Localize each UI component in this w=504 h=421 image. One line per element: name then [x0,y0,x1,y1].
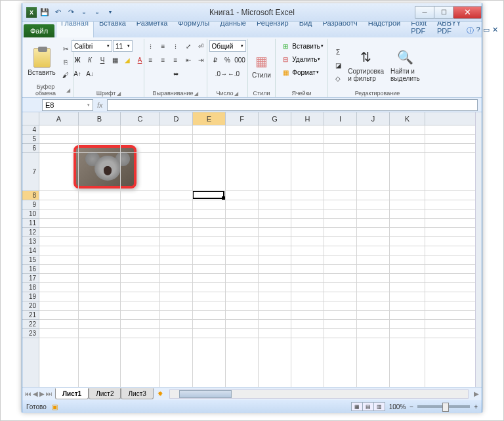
border-button[interactable]: ▦ [109,54,121,66]
row-header[interactable]: 8 [22,191,39,200]
row-header[interactable]: 22 [22,320,39,329]
row-header[interactable]: 21 [22,311,39,320]
embedded-image-koala[interactable] [74,145,136,188]
first-sheet-icon[interactable]: ⏮ [25,390,32,397]
row-header[interactable]: 17 [22,274,39,283]
format-cells-button[interactable]: ▦Формат▾ [280,66,319,78]
row-header[interactable]: 19 [22,292,39,301]
redo-icon[interactable]: ↷ [66,7,76,18]
paste-button[interactable]: Вставить [25,47,58,78]
help-button[interactable]: ? [476,26,480,35]
new-sheet-icon[interactable]: ✸ [154,390,167,397]
column-header[interactable]: K [390,112,425,125]
horizontal-scrollbar[interactable] [169,389,469,399]
column-header[interactable]: C [121,112,160,125]
underline-button[interactable]: Ч [96,54,108,66]
row-header[interactable]: 5 [22,135,39,144]
row-header[interactable]: 11 [22,219,39,228]
bold-button[interactable]: Ж [72,54,83,66]
insert-cells-button[interactable]: ⊞Вставить▾ [280,40,323,52]
last-sheet-icon[interactable]: ⏭ [46,390,52,397]
sheet-tab[interactable]: Лист3 [121,388,153,399]
orientation-icon[interactable]: ⤢ [182,40,194,52]
page-break-view-button[interactable]: ▥ [373,402,385,411]
qat-item-icon[interactable]: ▫ [79,7,89,18]
row-header[interactable]: 13 [22,237,39,246]
help-icon[interactable]: ⓘ [467,26,474,35]
cut-icon[interactable]: ✂ [60,43,72,55]
column-header[interactable]: E [193,112,226,125]
ribbon-minimize-button[interactable]: ▭ [483,26,490,35]
scroll-right-icon[interactable]: ▶ [471,390,482,397]
macro-record-icon[interactable]: ▣ [52,403,58,410]
currency-icon[interactable]: ₽ [209,54,221,66]
save-icon[interactable]: 💾 [39,7,50,18]
zoom-slider[interactable] [417,405,470,408]
italic-button[interactable]: К [84,54,96,66]
fill-color-button[interactable]: ◢ [121,54,133,66]
row-header[interactable]: 7 [22,153,39,191]
increase-decimal-icon[interactable]: .0→ [215,68,227,79]
align-center-icon[interactable]: ≡ [158,54,169,66]
zoom-in-button[interactable]: + [474,403,478,410]
column-header[interactable]: H [291,112,324,125]
row-header[interactable]: 12 [22,228,39,237]
format-painter-icon[interactable]: 🖌 [60,69,72,81]
wrap-text-icon[interactable]: ⏎ [195,40,207,52]
name-box[interactable]: E8▾ [42,99,93,111]
decrease-indent-icon[interactable]: ⇤ [182,54,194,66]
column-header[interactable]: F [226,112,259,125]
increase-font-icon[interactable]: A↑ [72,68,83,79]
sheet-tab[interactable]: Лист2 [89,388,121,399]
decrease-font-icon[interactable]: A↓ [84,68,96,79]
find-select-button[interactable]: 🔍 Найти и выделить [388,47,423,83]
row-header[interactable]: 23 [22,329,39,338]
zoom-out-button[interactable]: − [410,403,413,410]
clear-icon[interactable]: ◇ [332,72,344,84]
decrease-decimal-icon[interactable]: ←.0 [228,68,240,79]
cells-area[interactable] [39,125,475,387]
delete-cells-button[interactable]: ⊟Удалить▾ [280,53,320,65]
undo-icon[interactable]: ↶ [52,7,63,18]
fx-icon[interactable]: fx [97,101,103,109]
dialog-launcher-icon[interactable]: ◢ [234,91,238,97]
normal-view-button[interactable]: ▦ [351,402,363,411]
qat-item-icon[interactable]: ▫ [92,7,102,18]
number-format-combo[interactable]: Общий▾ [209,40,246,52]
row-header[interactable]: 6 [22,144,39,153]
minimize-button[interactable]: ─ [415,6,434,19]
row-header[interactable]: 9 [22,200,39,210]
row-header[interactable]: 16 [22,265,39,274]
column-header[interactable]: J [357,112,390,125]
styles-button[interactable]: ▦ Стили [249,51,274,80]
dialog-launcher-icon[interactable]: ◢ [117,91,121,97]
qat-dropdown-icon[interactable]: ▾ [105,7,116,18]
dialog-launcher-icon[interactable]: ◢ [194,91,198,97]
prev-sheet-icon[interactable]: ◀ [33,390,38,397]
formula-bar[interactable] [107,99,478,111]
column-header[interactable]: I [324,112,357,125]
row-header[interactable]: 10 [22,210,39,219]
font-size-combo[interactable]: 11▾ [113,40,133,52]
row-header[interactable]: 15 [22,255,39,265]
next-sheet-icon[interactable]: ▶ [39,390,45,397]
align-bottom-icon[interactable]: ⫶ [170,40,182,52]
percent-icon[interactable]: % [222,54,234,66]
zoom-level[interactable]: 100% [389,403,406,410]
select-all-button[interactable] [22,112,39,125]
align-top-icon[interactable]: ⫶ [145,40,157,52]
close-button[interactable]: ✕ [453,6,482,19]
align-left-icon[interactable]: ≡ [145,54,157,66]
column-header[interactable]: D [160,112,193,125]
row-header[interactable]: 14 [22,246,39,255]
page-layout-view-button[interactable]: ▤ [362,402,374,411]
column-header[interactable]: A [39,112,79,125]
copy-icon[interactable]: ⎘ [60,56,72,68]
row-header[interactable]: 4 [22,125,39,135]
align-right-icon[interactable]: ≡ [170,54,182,66]
doc-close-button[interactable]: ✕ [492,26,498,35]
row-header[interactable]: 18 [22,283,39,292]
font-name-combo[interactable]: Calibri▾ [72,40,112,52]
vertical-scrollbar[interactable] [475,112,482,387]
maximize-button[interactable]: ☐ [434,6,453,19]
